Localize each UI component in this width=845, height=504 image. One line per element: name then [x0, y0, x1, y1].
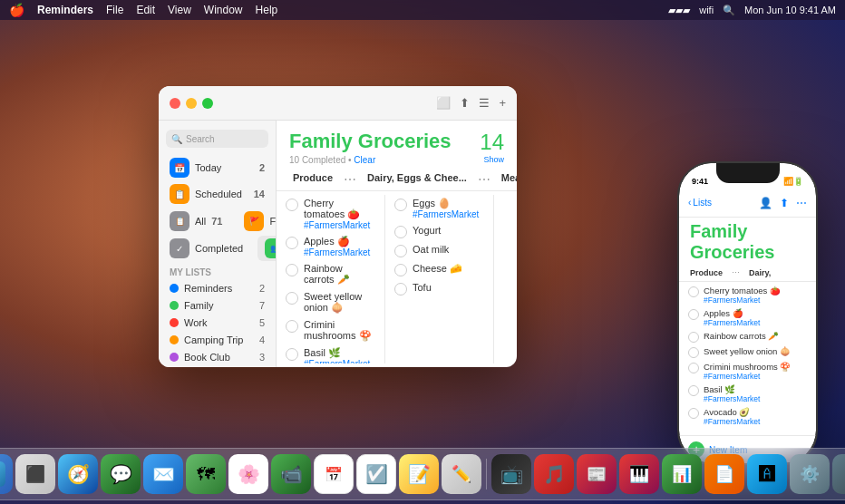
dock-icon-settings[interactable]: ⚙️ — [790, 454, 830, 494]
column-tabs: Produce ⋯ Dairy, Eggs & Chee... ⋯ Meat — [277, 169, 517, 191]
iphone-item-onion[interactable]: Sweet yellow onion 🧅 — [679, 344, 816, 360]
item-checkbox[interactable] — [394, 283, 407, 296]
dock-icon-control-center[interactable]: 🖥 — [832, 454, 845, 494]
dairy-more-icon[interactable]: ⋯ — [474, 169, 494, 190]
menu-file[interactable]: File — [106, 4, 123, 16]
scheduled-smart-list[interactable]: 📋 Scheduled 14 — [162, 181, 272, 207]
dock-icon-numbers[interactable]: 📊 — [662, 454, 702, 494]
dock-icon-tv[interactable]: 📺 — [491, 454, 531, 494]
dock-icon-reminders[interactable]: ☑️ — [356, 454, 396, 494]
iphone-item-basil[interactable]: Basil 🌿 #FarmersMarket — [679, 383, 816, 405]
menu-edit[interactable]: Edit — [136, 4, 155, 16]
menu-window[interactable]: Window — [204, 4, 243, 16]
iphone-share-icon[interactable]: ⬆ — [780, 197, 789, 209]
item-tofu[interactable]: Tofu — [385, 279, 493, 298]
dock-icon-appstore[interactable]: 🅰 — [747, 454, 787, 494]
item-mushrooms[interactable]: Crimini mushrooms 🍄 — [277, 316, 384, 344]
dock-icon-news[interactable]: 📰 — [577, 454, 617, 494]
iphone-item-checkbox[interactable] — [688, 332, 699, 343]
dairy-column-tab[interactable]: Dairy, Eggs & Chee... — [360, 169, 474, 190]
dock-icon-photos[interactable]: 🌸 — [228, 454, 268, 494]
dock-icon-mail[interactable]: ✉️ — [143, 454, 183, 494]
iphone-item-checkbox[interactable] — [688, 408, 699, 419]
item-sweet-onion[interactable]: Sweet yellow onion 🧅 — [277, 288, 384, 316]
iphone-ellipsis-icon[interactable]: ⋯ — [796, 197, 807, 209]
iphone-item-checkbox[interactable] — [688, 286, 699, 297]
dock-icon-safari[interactable]: 🧭 — [58, 454, 98, 494]
family-groceries-smart-list[interactable]: 👥 Family... 14 — [257, 236, 277, 261]
item-checkbox[interactable] — [286, 292, 298, 305]
iphone-item-cherry-tomatoes[interactable]: Cherry tomatoes 🍅 #FarmersMarket — [679, 284, 816, 306]
dock-icon-launchpad[interactable]: ⬛ — [15, 454, 55, 494]
item-apples[interactable]: Apples 🍎 #FarmersMarket — [277, 233, 384, 260]
all-smart-list[interactable]: 📋 All 71 — [162, 208, 229, 234]
share-icon[interactable]: ⬆ — [460, 96, 470, 110]
dock-icon-facetime[interactable]: 📹 — [271, 454, 311, 494]
item-yogurt[interactable]: Yogurt — [385, 222, 493, 241]
item-eggs[interactable]: Eggs 🥚 #FarmersMarket — [385, 195, 493, 222]
iphone-item-checkbox[interactable] — [688, 347, 699, 358]
item-checkbox[interactable] — [394, 245, 407, 257]
list-item-family[interactable]: Family 7 — [162, 297, 272, 314]
produce-column-tab[interactable]: Produce — [286, 169, 340, 190]
list-item-reminders[interactable]: Reminders 2 — [162, 280, 272, 296]
item-checkbox[interactable] — [286, 264, 298, 276]
today-smart-list[interactable]: 📅 Today 2 — [162, 155, 272, 180]
dock-icon-garageband[interactable]: 🎹 — [619, 454, 659, 494]
item-checkbox[interactable] — [394, 199, 407, 211]
show-button[interactable]: Show — [480, 155, 504, 164]
iphone-item-mushrooms[interactable]: Crimini mushrooms 🍄 #FarmersMarket — [679, 360, 816, 383]
item-cheese[interactable]: Cheese 🧀 — [385, 260, 493, 279]
iphone-item-checkbox[interactable] — [688, 363, 699, 373]
list-item-gardening[interactable]: Gardening 16 — [162, 366, 272, 367]
minimize-button[interactable] — [186, 98, 197, 109]
sidebar-toggle-icon[interactable]: ⬜ — [436, 96, 451, 110]
item-checkbox[interactable] — [286, 237, 298, 249]
iphone-item-content: Sweet yellow onion 🧅 — [704, 346, 807, 356]
list-item-camping[interactable]: Camping Trip 4 — [162, 332, 272, 348]
active-app-name[interactable]: Reminders — [37, 4, 93, 16]
search-menubar-icon[interactable]: 🔍 — [723, 5, 735, 16]
iphone-item-checkbox[interactable] — [688, 385, 699, 396]
item-checkbox[interactable] — [286, 199, 298, 211]
meat-column-tab[interactable]: Meat — [494, 169, 517, 190]
produce-more-icon[interactable]: ⋯ — [340, 169, 360, 190]
menu-view[interactable]: View — [168, 4, 191, 16]
dock-icon-finder[interactable] — [0, 454, 13, 494]
list-item-work[interactable]: Work 5 — [162, 315, 272, 331]
iphone-item-checkbox[interactable] — [688, 309, 699, 320]
item-checkbox[interactable] — [394, 226, 407, 238]
flagged-smart-list[interactable]: 🚩 Flagged 2 — [237, 208, 277, 234]
dock-icon-pages[interactable]: 📄 — [704, 454, 744, 494]
apple-menu[interactable]: 🍎 — [9, 3, 24, 17]
wifi-icon: wifi — [699, 5, 714, 15]
search-bar[interactable]: 🔍 Search — [166, 130, 268, 148]
iphone-item-rainbow-carrots[interactable]: Rainbow carrots 🥕 — [679, 329, 816, 344]
menu-help[interactable]: Help — [256, 4, 278, 16]
item-checkbox[interactable] — [286, 320, 298, 333]
list-view-icon[interactable]: ☰ — [479, 96, 490, 110]
list-item-bookclub[interactable]: Book Club 3 — [162, 349, 272, 365]
dock-icon-messages[interactable]: 💬 — [101, 454, 141, 494]
completed-smart-list[interactable]: ✓ Completed — [162, 236, 250, 261]
dock-icon-notes[interactable]: 📝 — [399, 454, 439, 494]
maximize-button[interactable] — [202, 98, 213, 109]
iphone-person-icon[interactable]: 👤 — [759, 197, 772, 209]
item-rainbow-carrots[interactable]: Rainbow carrots 🥕 — [277, 260, 384, 288]
item-basil[interactable]: Basil 🌿 #FarmersMarket — [277, 344, 384, 363]
item-checkbox[interactable] — [286, 348, 298, 361]
iphone-back-button[interactable]: ‹ Lists — [688, 198, 712, 208]
dock-icon-music[interactable]: 🎵 — [534, 454, 574, 494]
close-button[interactable] — [170, 98, 180, 109]
bookclub-dot — [170, 353, 179, 362]
item-cherry-tomatoes[interactable]: Cherry tomatoes 🍅 #FarmersMarket — [277, 195, 384, 233]
dock-icon-freeform[interactable]: ✏️ — [442, 454, 481, 494]
iphone-item-apples[interactable]: Apples 🍎 #FarmersMarket — [679, 306, 816, 329]
dock-icon-calendar[interactable]: 📅 — [314, 454, 354, 494]
clear-link[interactable]: Clear — [354, 155, 375, 165]
dock-icon-maps[interactable]: 🗺 — [186, 454, 226, 494]
item-checkbox[interactable] — [394, 264, 407, 276]
iphone-item-avocado[interactable]: Avocado 🥑 #FarmersMarket — [679, 405, 816, 428]
item-oatmilk[interactable]: Oat milk — [385, 241, 493, 260]
add-reminder-icon[interactable]: + — [499, 96, 506, 110]
